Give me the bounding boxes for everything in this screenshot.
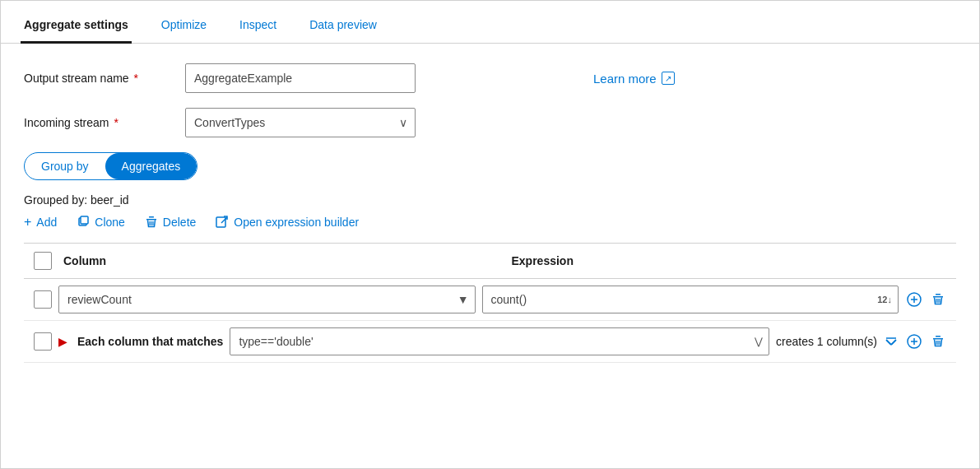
column-header: Column: [63, 254, 499, 267]
grouped-by-label: Grouped by: beer_id: [24, 193, 956, 207]
incoming-stream-row: Incoming stream * ConvertTypes ∨: [24, 108, 956, 137]
row-expression-1: 12↓: [482, 286, 899, 313]
incoming-stream-select-wrapper: ConvertTypes ∨: [185, 108, 416, 137]
svg-line-18: [891, 340, 896, 345]
delete-button[interactable]: Delete: [145, 216, 196, 229]
column-input-1[interactable]: [58, 286, 476, 313]
output-stream-input[interactable]: [185, 63, 416, 93]
incoming-stream-select[interactable]: ConvertTypes: [185, 108, 416, 137]
expression-input-1[interactable]: [482, 286, 899, 313]
svg-rect-12: [933, 296, 943, 298]
delete-each-col-button[interactable]: [930, 333, 946, 350]
tab-inspect[interactable]: Inspect: [236, 8, 280, 44]
content-area: Output stream name * Learn more ↗ Incomi…: [1, 44, 979, 468]
table-header: Column Expression: [24, 244, 956, 279]
row-checkbox-1[interactable]: [34, 290, 52, 309]
header-checkbox-area: [34, 252, 57, 270]
each-column-row: ▶ Each column that matches ⋁ creates 1 c…: [24, 321, 956, 363]
delete-row-button-1[interactable]: [930, 291, 946, 308]
learn-more-link[interactable]: Learn more ↗: [593, 72, 675, 86]
incoming-stream-required: *: [114, 116, 118, 129]
toolbar: + Add Clone: [24, 215, 956, 230]
open-expression-builder-button[interactable]: Open expression builder: [216, 216, 359, 229]
svg-rect-3: [149, 216, 154, 218]
delete-icon: [145, 216, 158, 229]
add-row-button-1[interactable]: [905, 290, 923, 309]
each-col-actions: [884, 332, 946, 351]
external-link-icon: ↗: [662, 72, 675, 85]
creates-columns-label: creates 1 column(s): [776, 335, 877, 348]
open-expression-icon: [216, 216, 229, 229]
group-by-button[interactable]: Group by: [25, 153, 105, 179]
clone-button[interactable]: Clone: [77, 216, 125, 229]
svg-line-17: [886, 340, 891, 345]
each-col-input-area: ⋁: [230, 327, 769, 355]
table-row: ▼ 12↓: [24, 279, 956, 321]
aggregates-button[interactable]: Aggregates: [105, 153, 197, 179]
tabs-bar: Aggregate settings Optimize Inspect Data…: [1, 1, 979, 44]
row-column-1: ▼: [58, 286, 476, 313]
tab-optimize[interactable]: Optimize: [158, 8, 210, 44]
output-stream-required: *: [134, 72, 138, 85]
svg-rect-7: [216, 217, 225, 227]
expand-arrow-icon[interactable]: ▶: [58, 335, 67, 348]
row-actions-1: [905, 290, 946, 309]
collapse-button[interactable]: [884, 334, 899, 349]
add-each-col-button[interactable]: [905, 332, 923, 351]
svg-rect-1: [81, 216, 88, 224]
svg-rect-23: [933, 338, 943, 340]
expression-header: Expression: [512, 254, 947, 267]
toggle-group: Group by Aggregates: [24, 152, 197, 180]
tab-data-preview[interactable]: Data preview: [306, 8, 380, 44]
svg-rect-2: [146, 219, 156, 221]
add-button[interactable]: + Add: [24, 215, 57, 230]
output-stream-row: Output stream name * Learn more ↗: [24, 63, 956, 93]
output-stream-label: Output stream name *: [24, 72, 172, 85]
svg-line-8: [221, 217, 227, 223]
tab-aggregate-settings[interactable]: Aggregate settings: [21, 8, 132, 44]
incoming-stream-label: Incoming stream *: [24, 116, 172, 129]
each-col-checkbox[interactable]: [34, 332, 52, 351]
plus-icon: +: [24, 215, 31, 230]
each-col-input[interactable]: [230, 327, 769, 355]
svg-rect-13: [936, 294, 941, 295]
header-checkbox[interactable]: [34, 252, 52, 270]
svg-rect-24: [936, 336, 941, 337]
clone-icon: [77, 216, 90, 229]
each-col-matches-label: Each column that matches: [77, 335, 223, 348]
